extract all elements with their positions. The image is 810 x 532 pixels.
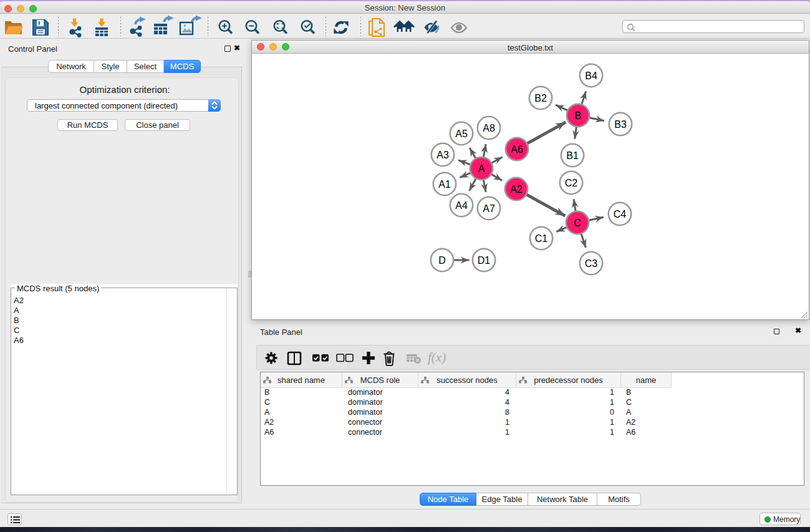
svg-text:B1: B1 xyxy=(566,150,579,161)
svg-text:A7: A7 xyxy=(483,203,495,214)
svg-text:A: A xyxy=(478,163,485,174)
svg-text:A6: A6 xyxy=(511,144,523,155)
svg-text:A3: A3 xyxy=(436,150,449,160)
svg-text:A5: A5 xyxy=(455,128,468,139)
svg-text:A8: A8 xyxy=(483,123,495,133)
svg-text:A4: A4 xyxy=(455,200,468,211)
svg-text:B2: B2 xyxy=(534,93,547,104)
svg-text:B3: B3 xyxy=(614,119,627,130)
svg-text:A2: A2 xyxy=(510,184,523,195)
svg-text:C: C xyxy=(574,218,581,228)
svg-text:C2: C2 xyxy=(565,178,578,188)
svg-text:A1: A1 xyxy=(438,179,451,190)
svg-text:D1: D1 xyxy=(478,255,491,266)
svg-text:B: B xyxy=(575,110,582,121)
svg-text:B4: B4 xyxy=(585,70,597,81)
svg-text:D: D xyxy=(438,255,446,266)
svg-text:C4: C4 xyxy=(614,209,627,220)
svg-text:C3: C3 xyxy=(585,258,598,269)
svg-text:C1: C1 xyxy=(535,233,548,244)
